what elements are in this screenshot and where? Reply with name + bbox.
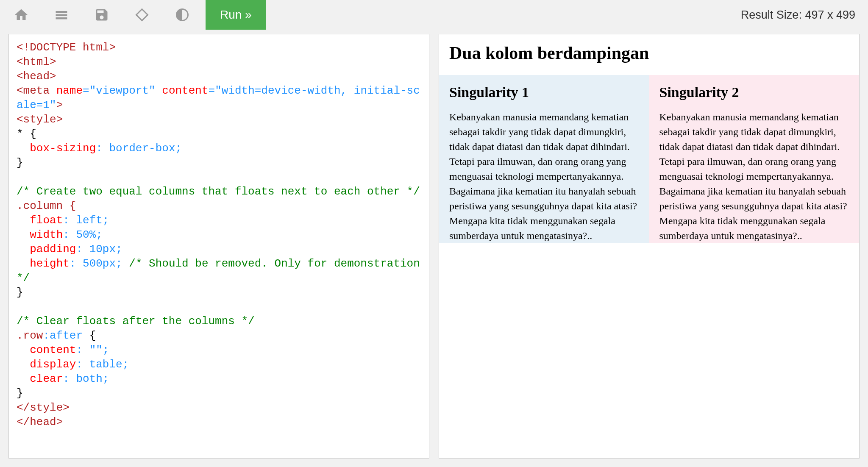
tag: <meta name="viewport" content="width=dev… (17, 84, 420, 111)
column-1-text: Kebanyakan manusia memandang kematian se… (449, 110, 639, 243)
column-1: Singularity 1 Kebanyakan manusia memanda… (439, 75, 649, 243)
home-icon[interactable] (8, 2, 34, 28)
code-pane[interactable]: <!DOCTYPE html> <html> <head> <meta name… (8, 34, 429, 459)
column-2-text: Kebanyakan manusia memandang kematian se… (659, 110, 849, 243)
column-1-title: Singularity 1 (449, 84, 639, 100)
rotate-icon[interactable] (129, 2, 155, 28)
css: * { box-sizing: border-box; } /* Create … (17, 128, 426, 400)
run-label: Run » (220, 8, 252, 22)
main-panes: <!DOCTYPE html> <html> <head> <meta name… (0, 30, 868, 467)
result-pane: Dua kolom berdampingan Singularity 1 Keb… (439, 34, 860, 459)
tag: <html> (17, 56, 56, 68)
tag: </head> (17, 416, 63, 428)
code-editor[interactable]: <!DOCTYPE html> <html> <head> <meta name… (9, 34, 429, 435)
contrast-icon[interactable] (170, 2, 195, 28)
page-title: Dua kolom berdampingan (449, 43, 849, 63)
tag: <head> (17, 70, 56, 83)
preview: Dua kolom berdampingan Singularity 1 Keb… (439, 34, 859, 243)
column-2: Singularity 2 Kebanyakan manusia memanda… (649, 75, 860, 243)
tag: <style> (17, 113, 63, 126)
doctype: <!DOCTYPE html> (17, 41, 116, 54)
column-2-title: Singularity 2 (659, 84, 849, 100)
run-button[interactable]: Run » (206, 0, 266, 30)
toolbar: Run » Result Size: 497 x 499 (0, 0, 868, 30)
row: Singularity 1 Kebanyakan manusia memanda… (439, 75, 859, 243)
save-icon[interactable] (89, 2, 114, 28)
menu-icon[interactable] (49, 2, 74, 28)
result-size-label: Result Size: 497 x 499 (741, 8, 855, 22)
tag: </style> (17, 401, 70, 414)
